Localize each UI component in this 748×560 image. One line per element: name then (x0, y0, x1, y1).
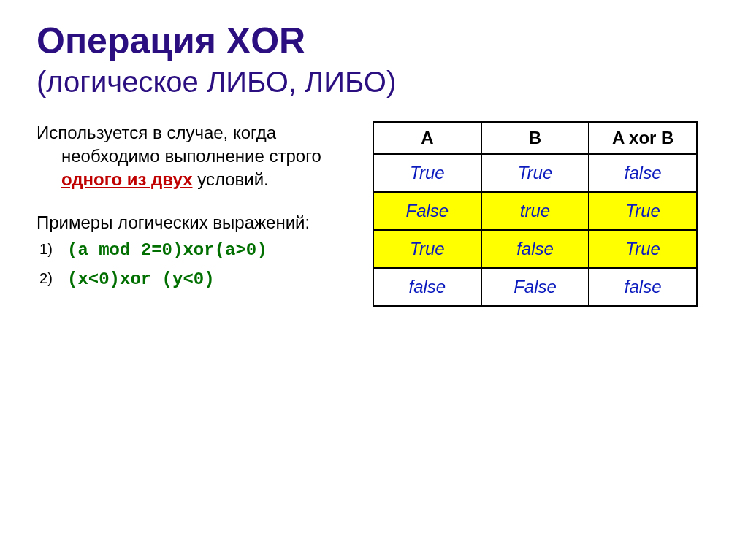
table-cell: True (373, 154, 481, 192)
col-a: A (373, 122, 481, 154)
slide-subtitle: (логическое ЛИБО, ЛИБО) (37, 64, 711, 99)
col-result: A xor B (589, 122, 697, 154)
table-cell: False (481, 268, 589, 306)
list-item: (a mod 2=0)xor(a>0) (67, 237, 351, 262)
list-item: (x<0)xor (y<0) (67, 266, 351, 291)
slide: Операция XOR (логическое ЛИБО, ЛИБО) Исп… (0, 0, 748, 560)
slide-title: Операция XOR (37, 20, 711, 63)
table-header-row: A B A xor B (373, 122, 697, 154)
table-cell: True (589, 192, 697, 230)
table-body: TrueTruefalseFalsetrueTrueTruefalseTruef… (373, 154, 697, 306)
table-cell: false (589, 154, 697, 192)
table-cell: false (589, 268, 697, 306)
table-cell: false (373, 268, 481, 306)
examples-list: (a mod 2=0)xor(a>0) (x<0)xor (y<0) (37, 237, 351, 292)
table-column: A B A xor B TrueTruefalseFalsetrueTrueTr… (373, 121, 698, 307)
table-row: TrueTruefalse (373, 154, 697, 192)
col-b: B (481, 122, 589, 154)
intro-lead: Используется в случае, когда необходимо … (37, 123, 321, 166)
truth-table: A B A xor B TrueTruefalseFalsetrueTrueTr… (373, 121, 698, 307)
table-cell: False (373, 192, 481, 230)
table-row: FalsetrueTrue (373, 192, 697, 230)
table-cell: True (589, 230, 697, 268)
table-cell: True (373, 230, 481, 268)
intro-accent: одного из двух (61, 169, 192, 189)
table-cell: True (481, 154, 589, 192)
intro-tail: условий. (192, 169, 268, 189)
table-row: TruefalseTrue (373, 230, 697, 268)
code-example: (x<0)xor (y<0) (67, 269, 215, 289)
table-cell: true (481, 192, 589, 230)
intro-paragraph: Используется в случае, когда необходимо … (37, 121, 351, 192)
examples-label: Примеры логических выражений: (37, 211, 351, 234)
table-row: falseFalsefalse (373, 268, 697, 306)
content-columns: Используется в случае, когда необходимо … (37, 121, 711, 307)
code-example: (a mod 2=0)xor(a>0) (67, 240, 267, 260)
text-column: Используется в случае, когда необходимо … (37, 121, 351, 296)
table-cell: false (481, 230, 589, 268)
title-block: Операция XOR (логическое ЛИБО, ЛИБО) (37, 20, 711, 99)
